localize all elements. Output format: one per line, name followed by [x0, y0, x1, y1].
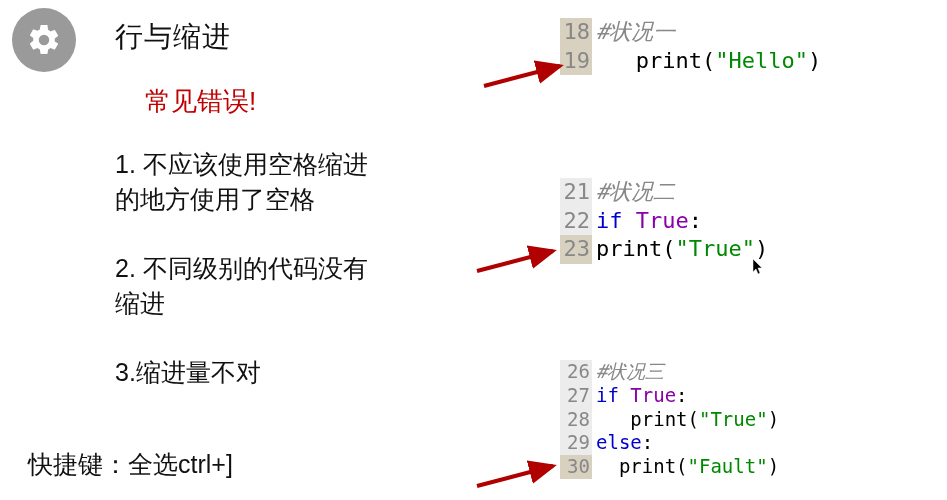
code-paren: (	[676, 455, 687, 477]
code-line: 28 print("True")	[560, 408, 779, 432]
code-line: 23print("True")	[560, 235, 768, 264]
code-keyword: if	[596, 208, 623, 233]
line-number: 21	[560, 178, 592, 207]
code-line: 21#状况二	[560, 178, 768, 207]
line-number: 22	[560, 207, 592, 236]
code-boolean: True	[630, 384, 676, 406]
bullet-3: 3.缩进量不对	[115, 355, 475, 390]
code-colon: :	[642, 431, 653, 453]
code-function: print	[630, 408, 687, 430]
code-comment: #状况三	[596, 360, 664, 382]
code-boolean: True	[636, 208, 689, 233]
page-title: 行与缩进	[115, 18, 475, 56]
code-comment: #状况二	[596, 179, 675, 204]
code-string: "Hello"	[715, 48, 808, 73]
code-keyword: if	[596, 384, 619, 406]
page-subtitle: 常见错误!	[145, 84, 475, 119]
line-number: 26	[560, 360, 592, 384]
code-paren: (	[662, 236, 675, 261]
code-block-2: 21#状况二 22if True: 23print("True")	[560, 178, 768, 264]
code-block-1: 18#状况一 19 print("Hello")	[560, 18, 821, 75]
arrow-icon	[475, 460, 565, 490]
gear-icon	[26, 22, 62, 58]
code-function: print	[596, 236, 662, 261]
code-line: 18#状况一	[560, 18, 821, 47]
gear-icon-badge	[12, 8, 76, 72]
svg-line-0	[484, 66, 560, 86]
code-line: 29else:	[560, 431, 779, 455]
code-string: "True"	[675, 236, 754, 261]
code-line: 27if True:	[560, 384, 779, 408]
code-function: print	[636, 48, 702, 73]
line-number: 18	[560, 18, 592, 47]
svg-line-1	[477, 251, 553, 271]
code-examples-area: 18#状况一 19 print("Hello") 21#状况二 22if Tru…	[500, 0, 940, 500]
code-colon: :	[689, 208, 702, 233]
shortcut-hint: 快捷键：全选ctrl+]	[28, 448, 233, 481]
left-text-column: 行与缩进 常见错误! 1. 不应该使用空格缩进 的地方使用了空格 2. 不同级别…	[115, 18, 475, 424]
line-number: 29	[560, 431, 592, 455]
code-paren: (	[702, 48, 715, 73]
code-paren: )	[808, 48, 821, 73]
code-colon: :	[676, 384, 687, 406]
code-indent	[596, 48, 636, 73]
code-block-3: 26#状况三 27if True: 28 print("True") 29els…	[560, 360, 779, 479]
svg-line-2	[477, 466, 553, 486]
code-paren: )	[768, 455, 779, 477]
bullet-1: 1. 不应该使用空格缩进 的地方使用了空格	[115, 147, 475, 217]
line-number: 28	[560, 408, 592, 432]
code-function: print	[619, 455, 676, 477]
code-line: 19 print("Hello")	[560, 47, 821, 76]
code-string: "True"	[699, 408, 768, 430]
code-indent	[596, 455, 619, 477]
code-paren: )	[768, 408, 779, 430]
code-keyword: else	[596, 431, 642, 453]
code-string: "Fault"	[688, 455, 768, 477]
code-line: 26#状况三	[560, 360, 779, 384]
code-line: 30 print("Fault")	[560, 455, 779, 479]
code-line: 22if True:	[560, 207, 768, 236]
line-number: 27	[560, 384, 592, 408]
arrow-icon	[482, 60, 572, 90]
arrow-icon	[475, 245, 565, 275]
code-comment: #状况一	[596, 19, 675, 44]
bullet-2: 2. 不同级别的代码没有 缩进	[115, 251, 475, 321]
code-paren: (	[688, 408, 699, 430]
code-indent	[596, 408, 630, 430]
